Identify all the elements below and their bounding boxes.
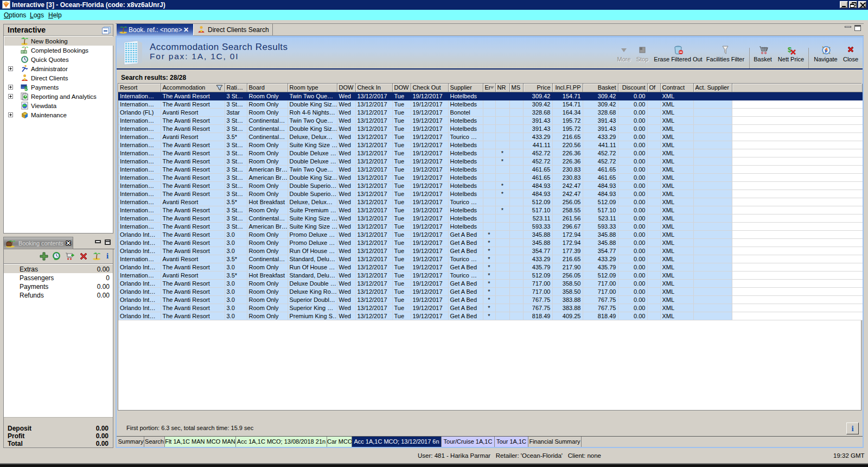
- svg-text:$: $: [24, 85, 28, 91]
